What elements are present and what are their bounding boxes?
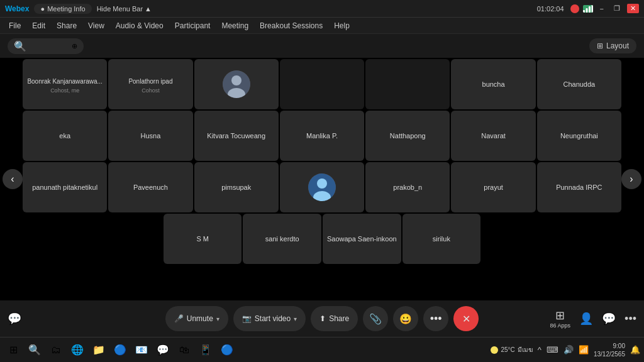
participants-grid-wrapper: ‹ › Boonrak Kanjanawarawa... Cohost, me …: [0, 58, 644, 300]
more-button[interactable]: •••: [423, 306, 448, 331]
menu-view[interactable]: View: [83, 20, 109, 31]
menu-file[interactable]: File: [4, 20, 26, 31]
participant-tile: Kitvara Tocuweang: [194, 111, 279, 161]
avatar: [223, 70, 250, 98]
mail-icon[interactable]: 📧: [132, 341, 151, 359]
folder-icon[interactable]: 📁: [89, 341, 108, 359]
search-icon: 🔍: [14, 40, 26, 52]
menu-edit[interactable]: Edit: [27, 20, 50, 31]
menu-participant[interactable]: Participant: [170, 20, 216, 31]
titlebar-right: 01:02:04 − ❐ ✕: [537, 4, 639, 13]
current-time: 9:00: [594, 342, 625, 350]
svg-point-5: [231, 75, 242, 85]
layout-button[interactable]: ⊞ Layout: [589, 38, 636, 53]
teams-icon[interactable]: 💬: [153, 341, 172, 359]
participant-tile-empty: [365, 59, 450, 109]
participant-tile: Saowapa Saen-inkoon: [323, 214, 401, 264]
info-icon: ●: [40, 5, 45, 13]
layout-icon: ⊞: [597, 41, 603, 50]
bottom-right-controls: ⊞ 86 Apps 👤 💬 •••: [550, 309, 636, 329]
prev-page-button[interactable]: ‹: [3, 169, 23, 189]
current-date: 13/12/2565: [594, 350, 625, 358]
store-icon[interactable]: 🛍: [175, 341, 194, 359]
apps-icon: ⊞: [555, 309, 565, 322]
network-icon[interactable]: 📶: [579, 345, 589, 354]
share-button[interactable]: ⬆ Share: [311, 306, 358, 331]
participant-tile: Husna: [108, 111, 192, 161]
next-page-button[interactable]: ›: [621, 169, 641, 189]
unmute-button[interactable]: 🎤 Unmute ▾: [165, 306, 228, 331]
svg-rect-3: [591, 5, 593, 13]
chevron-up-icon: ▲: [145, 5, 152, 13]
mic-off-icon: 🎤: [174, 314, 184, 323]
weather-widget[interactable]: 25°C มีเมฆ: [491, 345, 532, 354]
recording-indicator: [570, 4, 579, 13]
participant-tile: prayut: [451, 162, 535, 212]
hide-menu-button[interactable]: Hide Menu Bar ▲: [97, 5, 152, 13]
svg-rect-1: [586, 8, 587, 13]
menu-share[interactable]: Share: [52, 20, 82, 31]
participant-tile: Ponlathorn ipad Cohost: [108, 59, 192, 109]
system-clock[interactable]: 9:00 13/12/2565: [594, 342, 625, 358]
menu-meeting[interactable]: Meeting: [216, 20, 253, 31]
keyboard-icon[interactable]: ⌨: [547, 345, 558, 354]
participant-tile: buncha: [451, 59, 535, 109]
sun-icon: [491, 346, 498, 354]
taskview-button[interactable]: 🗂: [47, 341, 65, 359]
participant-tile: S M: [164, 214, 242, 264]
menu-help[interactable]: Help: [329, 20, 355, 31]
video-arrow: ▾: [294, 315, 297, 322]
chrome-icon[interactable]: 🔵: [111, 341, 130, 359]
end-call-button[interactable]: ✕: [453, 306, 479, 331]
participant-tile: Boonrak Kanjanawarawa... Cohost, me: [23, 59, 107, 109]
start-button[interactable]: ⊞: [4, 341, 23, 359]
line-icon[interactable]: 📱: [196, 341, 215, 359]
participant-tile-empty: [280, 59, 364, 109]
bottom-controls-bar: 💬 🎤 Unmute ▾ 📷 Start video ▾ ⬆ Share 📎 😀…: [0, 300, 644, 337]
search-input[interactable]: [30, 42, 68, 50]
webex-logo: Webex: [5, 4, 29, 13]
attachment-button[interactable]: 📎: [363, 306, 388, 331]
svg-rect-2: [589, 6, 591, 13]
restore-button[interactable]: ❐: [611, 4, 623, 13]
apps-button[interactable]: ⊞ 86 Apps: [550, 309, 571, 329]
webex-taskbar-icon[interactable]: 🔵: [218, 341, 236, 359]
search-end-icon: ⊕: [72, 42, 77, 50]
speaker-icon[interactable]: 🔊: [564, 345, 574, 354]
close-button[interactable]: ✕: [627, 4, 639, 13]
participant-tile: panunath pitaknetikul: [23, 162, 107, 212]
chat-icon[interactable]: 💬: [8, 312, 21, 326]
participant-tile: Chanudda: [537, 59, 621, 109]
clock: 01:02:04: [537, 5, 564, 13]
notification-area[interactable]: ^: [538, 345, 541, 354]
participant-tile: siriluk: [402, 214, 481, 264]
participants-icon[interactable]: 👤: [579, 312, 593, 326]
participant-tile: pimsupak: [194, 162, 279, 212]
participant-tile: Neungruthai: [537, 111, 621, 161]
avatar: [308, 173, 336, 201]
menu-breakout-sessions[interactable]: Breakout Sessions: [255, 20, 328, 31]
toolbar-left: 🔍 ⊕: [8, 38, 84, 54]
menu-audio-video[interactable]: Audio & Video: [111, 20, 169, 31]
more-options-icon[interactable]: •••: [625, 312, 636, 326]
search-box[interactable]: 🔍 ⊕: [8, 38, 84, 54]
participant-tile: Navarat: [451, 111, 535, 161]
svg-rect-0: [583, 10, 585, 13]
start-video-button[interactable]: 📷 Start video ▾: [233, 306, 306, 331]
reaction-button[interactable]: 😀: [393, 306, 418, 331]
chat-bubble-icon[interactable]: 💬: [602, 312, 616, 326]
notification-bell[interactable]: 🔔: [630, 345, 640, 354]
participant-tile: sani kerdto: [243, 214, 321, 264]
svg-point-8: [317, 178, 327, 189]
participant-tile: Manlika P.: [280, 111, 364, 161]
titlebar: Webex ● Meeting Info Hide Menu Bar ▲ 01:…: [0, 0, 644, 18]
menubar: File Edit Share View Audio & Video Parti…: [0, 18, 644, 34]
participant-tile: [194, 59, 279, 109]
unmute-arrow: ▾: [216, 315, 219, 322]
participant-tile: Punnada IRPC: [537, 162, 621, 212]
temperature: 25°C: [501, 346, 514, 353]
meeting-info-button[interactable]: ● Meeting Info: [34, 4, 91, 14]
search-button[interactable]: 🔍: [25, 341, 44, 359]
edge-icon[interactable]: 🌐: [68, 341, 87, 359]
minimize-button[interactable]: −: [597, 5, 607, 13]
